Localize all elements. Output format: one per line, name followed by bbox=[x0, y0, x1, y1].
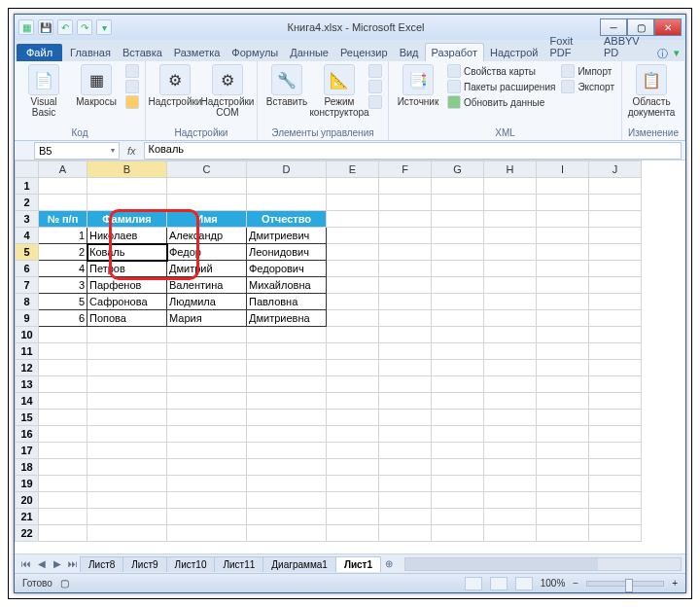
cell[interactable] bbox=[379, 410, 432, 426]
xml-import-button[interactable]: Импорт bbox=[561, 64, 614, 78]
cell[interactable]: Мария bbox=[167, 310, 247, 327]
cell[interactable] bbox=[432, 211, 484, 228]
cell[interactable] bbox=[537, 294, 589, 310]
cell[interactable] bbox=[537, 211, 589, 228]
row-header[interactable]: 12 bbox=[16, 360, 39, 376]
cell[interactable]: Дмитрий bbox=[167, 261, 247, 277]
fx-label[interactable]: fx bbox=[127, 145, 136, 157]
cell[interactable]: Парфенов bbox=[88, 277, 167, 294]
expansion-packs-button[interactable]: Пакеты расширения bbox=[447, 80, 555, 93]
cell[interactable] bbox=[327, 426, 379, 443]
cell[interactable] bbox=[88, 410, 167, 426]
cell[interactable] bbox=[247, 443, 327, 459]
macro-security-button[interactable] bbox=[125, 95, 139, 109]
cell[interactable] bbox=[39, 393, 88, 410]
cell[interactable] bbox=[589, 178, 642, 195]
cell[interactable] bbox=[484, 360, 537, 376]
properties-button[interactable] bbox=[368, 64, 382, 78]
cell[interactable] bbox=[484, 410, 537, 426]
cell[interactable] bbox=[432, 228, 484, 244]
cell[interactable] bbox=[88, 443, 167, 459]
row-header[interactable]: 8 bbox=[16, 294, 39, 310]
relative-refs-button[interactable] bbox=[125, 80, 139, 93]
cell[interactable] bbox=[39, 343, 88, 360]
row-header[interactable]: 7 bbox=[16, 277, 39, 294]
cell[interactable] bbox=[589, 509, 642, 525]
cell[interactable] bbox=[167, 343, 247, 360]
cell[interactable] bbox=[432, 261, 484, 277]
document-area-button[interactable]: 📋 Область документа bbox=[628, 64, 675, 118]
cell[interactable] bbox=[537, 360, 589, 376]
view-normal-button[interactable] bbox=[465, 577, 482, 590]
tab-foxit[interactable]: Foxit PDF bbox=[543, 32, 598, 61]
cell[interactable] bbox=[379, 244, 432, 261]
cell[interactable] bbox=[379, 492, 432, 509]
cell[interactable]: Имя bbox=[167, 211, 247, 228]
cell[interactable] bbox=[327, 178, 379, 195]
cell[interactable] bbox=[327, 195, 379, 211]
new-sheet-button[interactable]: ⊕ bbox=[381, 556, 397, 572]
cell[interactable] bbox=[432, 525, 484, 542]
cell[interactable]: Павловна bbox=[247, 294, 327, 310]
col-header-B[interactable]: B bbox=[88, 161, 167, 178]
macros-button[interactable]: ▦ Макросы bbox=[73, 64, 120, 108]
cell[interactable] bbox=[247, 393, 327, 410]
cell[interactable] bbox=[39, 178, 88, 195]
cell[interactable] bbox=[432, 393, 484, 410]
cell[interactable]: 2 bbox=[39, 244, 88, 261]
file-tab[interactable]: Файл bbox=[17, 44, 62, 61]
sheet-nav-first[interactable]: ⏮ bbox=[18, 556, 34, 572]
cell[interactable] bbox=[379, 343, 432, 360]
cell[interactable] bbox=[589, 410, 642, 426]
row-header[interactable]: 18 bbox=[16, 459, 39, 476]
cell[interactable] bbox=[432, 244, 484, 261]
col-header-I[interactable]: I bbox=[537, 161, 589, 178]
cell[interactable] bbox=[39, 327, 88, 343]
cell[interactable] bbox=[432, 443, 484, 459]
cell[interactable] bbox=[327, 211, 379, 228]
cell[interactable] bbox=[39, 476, 88, 492]
cell[interactable] bbox=[589, 327, 642, 343]
row-header[interactable]: 16 bbox=[16, 426, 39, 443]
cell[interactable] bbox=[537, 244, 589, 261]
cell[interactable] bbox=[379, 476, 432, 492]
cell[interactable] bbox=[379, 525, 432, 542]
cell[interactable] bbox=[247, 376, 327, 393]
name-box[interactable]: B5 bbox=[34, 142, 120, 160]
cell[interactable] bbox=[589, 393, 642, 410]
cell[interactable] bbox=[167, 509, 247, 525]
cell[interactable] bbox=[167, 393, 247, 410]
cell[interactable] bbox=[537, 327, 589, 343]
cell[interactable] bbox=[327, 277, 379, 294]
cell[interactable] bbox=[247, 343, 327, 360]
cell[interactable] bbox=[589, 310, 642, 327]
cell[interactable] bbox=[327, 410, 379, 426]
xml-export-button[interactable]: Экспорт bbox=[561, 80, 614, 93]
cell[interactable] bbox=[432, 343, 484, 360]
cell[interactable] bbox=[484, 261, 537, 277]
cell[interactable] bbox=[247, 492, 327, 509]
cell[interactable] bbox=[484, 525, 537, 542]
col-header-D[interactable]: D bbox=[247, 161, 327, 178]
cell[interactable]: Людмила bbox=[167, 294, 247, 310]
horizontal-scrollbar[interactable] bbox=[404, 557, 682, 571]
qat-more-icon[interactable]: ▾ bbox=[96, 19, 112, 35]
cell[interactable] bbox=[379, 459, 432, 476]
cell[interactable] bbox=[247, 525, 327, 542]
cell[interactable] bbox=[39, 426, 88, 443]
col-header-G[interactable]: G bbox=[432, 161, 484, 178]
cell[interactable] bbox=[167, 476, 247, 492]
macro-record-icon[interactable]: ▢ bbox=[60, 578, 69, 589]
col-header-C[interactable]: C bbox=[167, 161, 247, 178]
addins-button[interactable]: ⚙ Надстройки bbox=[152, 64, 198, 108]
cell[interactable] bbox=[589, 244, 642, 261]
cell[interactable] bbox=[589, 476, 642, 492]
cell[interactable] bbox=[327, 443, 379, 459]
cell[interactable] bbox=[589, 211, 642, 228]
row-header[interactable]: 2 bbox=[16, 195, 39, 211]
xml-source-button[interactable]: 📑 Источник bbox=[395, 64, 441, 108]
cell[interactable] bbox=[484, 443, 537, 459]
cell[interactable] bbox=[537, 443, 589, 459]
cell[interactable] bbox=[589, 195, 642, 211]
help-icon[interactable]: ⓘ bbox=[657, 47, 668, 61]
